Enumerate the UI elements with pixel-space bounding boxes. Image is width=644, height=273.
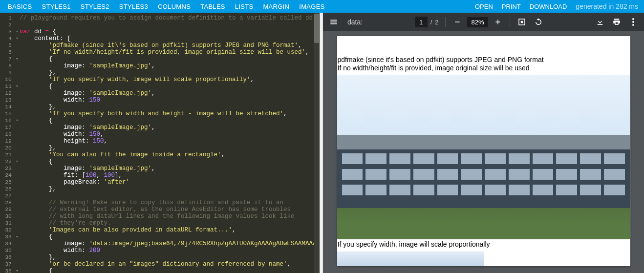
fold-marker xyxy=(15,138,20,145)
tab-tables[interactable]: TABLES xyxy=(195,0,230,13)
tab-images[interactable]: IMAGES xyxy=(294,0,329,13)
pdf-sample-image-small xyxy=(337,252,484,266)
pdf-sample-image xyxy=(337,75,630,239)
fold-marker xyxy=(15,110,20,117)
pdf-text-line: If no width/height/fit is provided, imag… xyxy=(337,64,630,72)
fold-marker xyxy=(15,21,20,28)
fit-page-icon[interactable] xyxy=(517,17,527,27)
more-icon[interactable] xyxy=(628,17,638,27)
example-tabs: BASICSSTYLES1STYLES2STYLES3COLUMNSTABLES… xyxy=(3,0,330,13)
fold-marker xyxy=(15,97,20,104)
line-gutter: 1234567891011121314151617181920212223242… xyxy=(0,13,15,273)
fold-marker xyxy=(15,213,20,220)
pdf-toolbar: data: / 2 82% xyxy=(323,13,644,31)
tab-columns[interactable]: COLUMNS xyxy=(153,0,195,13)
fold-marker xyxy=(15,131,20,138)
fold-marker xyxy=(15,254,20,261)
tab-lists[interactable]: LISTS xyxy=(230,0,258,13)
editor-scrollbar[interactable] xyxy=(314,13,320,273)
top-toolbar: BASICSSTYLES1STYLES2STYLES3COLUMNSTABLES… xyxy=(0,0,644,13)
fold-marker xyxy=(15,240,20,247)
action-open[interactable]: OPEN xyxy=(475,3,493,10)
tab-styles3[interactable]: STYLES3 xyxy=(114,0,153,13)
fold-marker xyxy=(15,247,20,254)
svg-rect-1 xyxy=(520,21,523,23)
fold-marker xyxy=(15,186,20,192)
pdf-filename: data: xyxy=(347,18,363,26)
page-sep: / xyxy=(430,19,432,26)
pdf-text-line: If you specify width, image will scale p… xyxy=(337,240,630,249)
fold-marker xyxy=(15,63,20,69)
fold-marker xyxy=(15,42,20,49)
fold-marker xyxy=(15,227,20,233)
page-indicator: / 2 xyxy=(415,17,439,27)
svg-point-2 xyxy=(632,18,634,20)
menu-icon[interactable] xyxy=(329,17,339,27)
fold-marker xyxy=(15,165,20,172)
fold-marker xyxy=(15,261,20,268)
generated-time: generated in 282 ms xyxy=(576,2,638,10)
fold-marker[interactable]: ▾ xyxy=(15,268,20,273)
tab-styles2[interactable]: STYLES2 xyxy=(76,0,114,13)
fold-marker xyxy=(15,151,20,158)
page-total: 2 xyxy=(435,19,438,26)
fold-marker[interactable]: ▾ xyxy=(15,28,20,35)
fold-marker xyxy=(15,220,20,227)
action-print[interactable]: PRINT xyxy=(502,3,521,10)
pdf-page: pdfmake (since it's based on pdfkit) sup… xyxy=(337,36,630,266)
pdf-viewport[interactable]: pdfmake (since it's based on pdfkit) sup… xyxy=(323,31,644,273)
fold-marker xyxy=(15,76,20,83)
pdf-text-line: pdfmake (since it's based on pdfkit) sup… xyxy=(337,56,630,64)
fold-marker xyxy=(15,124,20,131)
top-actions: OPENPRINTDOWNLOADgenerated in 282 ms xyxy=(475,2,641,10)
fold-marker[interactable]: ▾ xyxy=(15,83,20,90)
pdf-preview-pane: data: / 2 82% pdfmake (since it's xyxy=(323,13,644,273)
zoom-value[interactable]: 82% xyxy=(467,17,488,27)
fold-marker xyxy=(15,179,20,186)
fold-marker xyxy=(15,199,20,206)
action-download[interactable]: DOWNLOAD xyxy=(530,3,567,10)
zoom-out-icon[interactable] xyxy=(452,17,462,27)
fold-gutter: ▾▾▾▾▾▾▾▾ xyxy=(15,13,20,273)
fold-marker xyxy=(15,192,20,199)
fold-marker[interactable]: ▾ xyxy=(15,35,20,42)
fold-marker xyxy=(15,49,20,56)
page-current-input[interactable] xyxy=(415,17,428,27)
fold-marker[interactable]: ▾ xyxy=(15,117,20,124)
fold-marker xyxy=(15,172,20,179)
download-icon[interactable] xyxy=(595,17,605,27)
code-content[interactable]: // playground requires you to assign doc… xyxy=(20,13,314,273)
fold-marker[interactable]: ▾ xyxy=(15,56,20,63)
tab-margin[interactable]: MARGIN xyxy=(258,0,294,13)
split-divider[interactable] xyxy=(320,13,323,273)
fold-marker[interactable]: ▾ xyxy=(15,158,20,165)
scrollbar-thumb[interactable] xyxy=(314,14,319,43)
rotate-icon[interactable] xyxy=(534,17,543,27)
fold-marker[interactable]: ▾ xyxy=(15,233,20,240)
tab-styles1[interactable]: STYLES1 xyxy=(37,0,75,13)
fold-marker xyxy=(15,206,20,213)
print-icon[interactable] xyxy=(612,17,622,27)
zoom-in-icon[interactable] xyxy=(493,17,503,27)
tab-basics[interactable]: BASICS xyxy=(3,0,37,13)
fold-marker xyxy=(15,15,20,21)
svg-point-3 xyxy=(632,21,634,23)
code-editor[interactable]: 1234567891011121314151617181920212223242… xyxy=(0,13,320,273)
fold-marker xyxy=(15,69,20,76)
fold-marker xyxy=(15,104,20,110)
svg-point-4 xyxy=(632,24,634,26)
fold-marker xyxy=(15,145,20,151)
fold-marker xyxy=(15,90,20,97)
